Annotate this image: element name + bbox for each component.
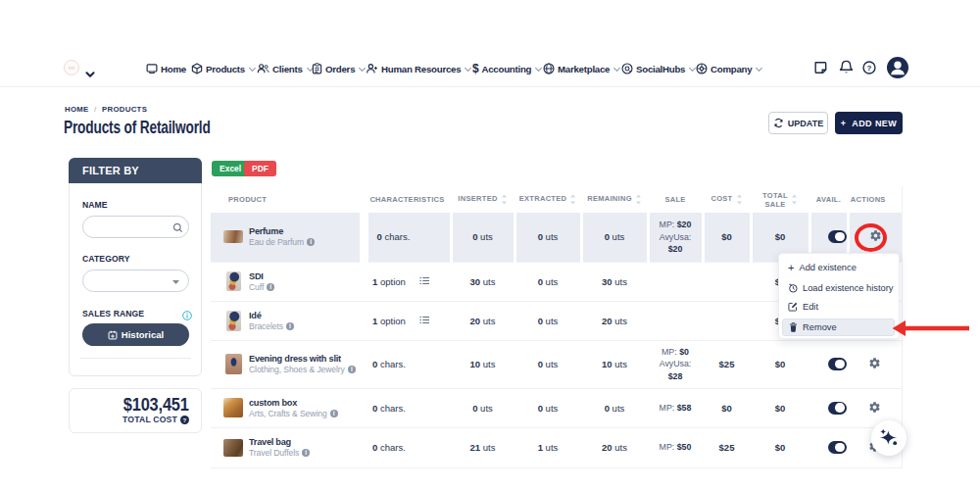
svg-text:?: ?: [867, 64, 872, 73]
svg-text:?: ?: [183, 416, 187, 422]
